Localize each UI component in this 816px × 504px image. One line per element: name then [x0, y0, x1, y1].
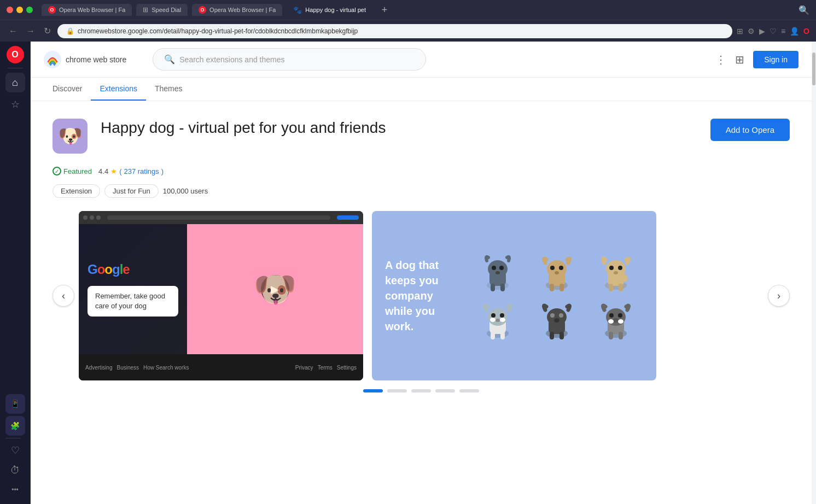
carousel-dot-5[interactable] [459, 389, 479, 392]
url-bar[interactable]: 🔒 chromewebstore.google.com/detail/happy… [57, 24, 732, 38]
tab-label-4: Happy dog - virtual pet [305, 7, 366, 13]
video-address-bar [107, 215, 330, 220]
home-icon: ⌂ [12, 77, 18, 89]
video-dot-3 [96, 215, 101, 220]
sign-in-button[interactable]: Sign in [753, 51, 798, 68]
bubble-text: Remember, take good care of your dog [95, 292, 165, 310]
svg-point-51 [618, 319, 623, 324]
scrollbar-thumb[interactable] [812, 52, 815, 85]
cws-apps-grid-icon[interactable]: ⊞ [735, 53, 744, 66]
ext-user-count: 100,000 users [163, 187, 208, 195]
address-bar: ← → ↻ 🔒 chromewebstore.google.com/detail… [0, 20, 816, 42]
rating-link[interactable]: ( [119, 167, 121, 175]
nav-themes[interactable]: Themes [146, 78, 191, 101]
profile-icon[interactable]: 👤 [790, 27, 799, 36]
add-to-opera-button[interactable]: Add to Opera [710, 119, 790, 141]
dogs-card-text: A dog that keeps you company while you w… [385, 257, 462, 334]
svg-point-38 [547, 308, 567, 326]
tag-just-for-fun[interactable]: Just for Fun [104, 184, 159, 198]
history-icon: ⏱ [10, 465, 20, 476]
close-window-button[interactable] [7, 7, 13, 13]
cws-logo-link[interactable]: chrome web store [44, 51, 126, 68]
dog-figure-4 [470, 298, 525, 342]
maximize-window-button[interactable] [26, 7, 33, 13]
sidebar-item-extensions[interactable]: 🧩 [5, 416, 25, 436]
video-dot-2 [90, 215, 94, 220]
carousel-dot-1[interactable] [363, 389, 383, 392]
rating-value: 4.4 [98, 167, 108, 175]
svg-rect-53 [619, 332, 623, 339]
browser-tab-2[interactable]: ⊞ Speed Dial [136, 4, 188, 16]
svg-point-11 [547, 260, 567, 278]
carousel-prev-button[interactable]: ‹ [53, 285, 74, 307]
dog-figure-1 [470, 250, 525, 294]
cws-nav: Discover Extensions Themes [31, 78, 812, 101]
star-icon-rating: ★ [110, 167, 117, 175]
sidebar-item-apps[interactable]: 📱 [5, 394, 25, 414]
video-bottom-bar: Advertising Business How Search works Pr… [79, 354, 363, 380]
svg-rect-16 [559, 284, 564, 291]
cws-more-options-icon[interactable]: ⋮ [715, 53, 726, 66]
svg-rect-15 [550, 284, 554, 291]
opera-menu-icon[interactable]: O [803, 27, 809, 36]
sidebar-item-favorites[interactable]: ☆ [5, 95, 25, 114]
bookmark-icon[interactable]: ⊞ [737, 27, 743, 36]
browser-tab-3[interactable]: O Opera Web Browser | Fa [192, 4, 282, 16]
cws-search-container[interactable]: 🔍 Search extensions and themes [153, 48, 426, 71]
cws-logo-icon [44, 51, 61, 68]
svg-point-20 [609, 266, 614, 270]
page-scrollbar[interactable] [812, 42, 816, 504]
title-bar: O Opera Web Browser | Fa ⊞ Speed Dial O … [0, 0, 816, 20]
dogs-illustration-card: A dog that keeps you company while you w… [372, 211, 656, 380]
forward-button[interactable]: → [24, 24, 37, 38]
minimize-window-button[interactable] [16, 7, 23, 13]
svg-rect-42 [550, 332, 554, 339]
search-icon: 🔍 [164, 54, 175, 65]
sidebar-item-home[interactable]: ⌂ [5, 73, 25, 92]
browser-tab-1[interactable]: O Opera Web Browser | Fa [42, 4, 132, 16]
svg-point-48 [618, 313, 622, 318]
featured-badge: ✓ Featured [53, 167, 92, 175]
svg-point-46 [606, 308, 626, 326]
lock-icon: 🔒 [66, 27, 74, 35]
rating-count[interactable]: 237 ratings [124, 167, 159, 175]
new-tab-button[interactable]: + [377, 2, 392, 17]
nav-extensions[interactable]: Extensions [91, 78, 145, 101]
svg-rect-23 [609, 284, 613, 291]
heart-icon-addr[interactable]: ♡ [770, 27, 777, 36]
sidebar-item-history[interactable]: ⏱ [5, 460, 25, 480]
svg-rect-35 [500, 332, 505, 339]
media-carousel: ‹ [53, 211, 790, 380]
video-topbar [79, 211, 363, 224]
carousel-next-button[interactable]: › [768, 285, 790, 307]
back-button[interactable]: ← [7, 24, 20, 38]
svg-rect-43 [559, 332, 564, 339]
ext-rating: 4.4 ★ (237 ratings) [98, 167, 164, 175]
ext-tags: Extension Just for Fun 100,000 users [53, 184, 790, 198]
dog-figure-3 [588, 250, 643, 294]
google-logo-mini: Google [88, 262, 178, 277]
dog-tab-icon: 🐾 [293, 6, 302, 14]
tag-extension[interactable]: Extension [53, 184, 100, 198]
sidebar-item-more[interactable]: ••• [5, 480, 25, 500]
svg-rect-8 [500, 284, 505, 291]
play-icon[interactable]: ▶ [759, 27, 765, 36]
browser-tab-4[interactable]: 🐾 Happy dog - virtual pet [287, 4, 372, 16]
featured-label: Featured [63, 167, 92, 175]
reload-button[interactable]: ↻ [42, 24, 53, 38]
opera-logo-button[interactable]: O [7, 46, 24, 63]
dog-svg-2 [538, 250, 576, 294]
search-icon-titlebar[interactable]: 🔍 [798, 5, 809, 15]
nav-discover[interactable]: Discover [44, 78, 91, 101]
carousel-dot-3[interactable] [411, 389, 431, 392]
carousel-dot-4[interactable] [435, 389, 455, 392]
opera-icon-3: O [199, 6, 206, 14]
carousel-dot-2[interactable] [387, 389, 407, 392]
menu-icon[interactable]: ≡ [781, 27, 785, 36]
heart-sidebar-icon: ♡ [11, 444, 20, 456]
svg-rect-52 [609, 332, 613, 339]
sidebar-item-heart[interactable]: ♡ [5, 441, 25, 460]
extensions-icon[interactable]: ⚙ [748, 27, 755, 36]
video-left-content: Google Remember, take good care of your … [88, 262, 178, 317]
video-media-card: Google Remember, take good care of your … [79, 211, 363, 380]
